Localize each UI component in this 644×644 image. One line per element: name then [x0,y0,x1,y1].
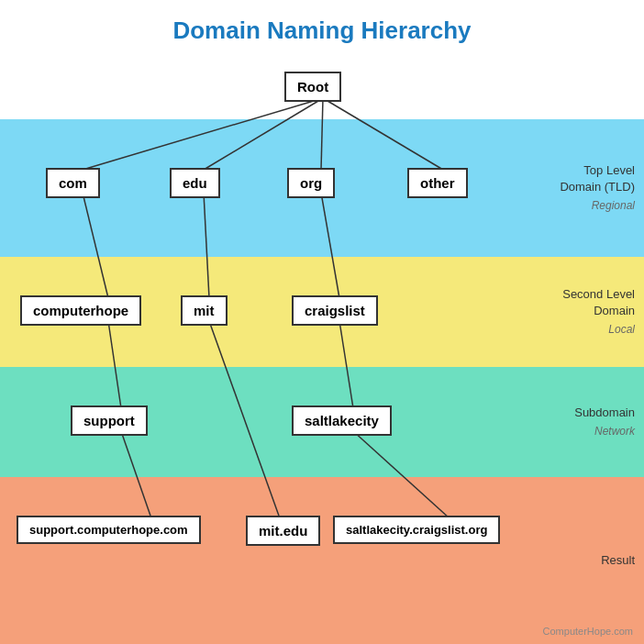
node-other: other [407,168,468,198]
band-sld-sublabel: Local [562,322,635,338]
node-saltlakecity-craigslist-org: saltlakecity.craigslist.org [333,516,500,544]
node-craigslist: craigslist [292,295,378,326]
node-computerhope: computerhope [20,295,141,326]
band-subdomain-sublabel: Network [574,424,635,439]
watermark: ComputerHope.com [543,626,633,637]
band-tld-label: Top LevelDomain (TLD)Regional [560,162,635,214]
node-support: support [71,405,148,436]
node-support-computerhope-com: support.computerhope.com [17,516,201,544]
node-org: org [287,168,335,198]
band-result: Result [0,477,644,644]
node-root: Root [284,72,341,102]
node-saltlakecity: saltlakecity [292,405,392,436]
band-subdomain-label: SubdomainNetwork [574,405,635,439]
node-mit-edu: mit.edu [246,516,320,546]
page-title: Domain Naming Hierarchy [0,0,644,54]
diagram-container: Domain Naming Hierarchy Top LevelDomain … [0,0,644,644]
node-mit: mit [181,295,228,326]
band-sld-label: Second LevelDomainLocal [562,286,635,338]
band-result-label: Result [601,552,635,569]
node-edu: edu [170,168,220,198]
node-com: com [46,168,100,198]
band-tld-sublabel: Regional [560,198,635,214]
